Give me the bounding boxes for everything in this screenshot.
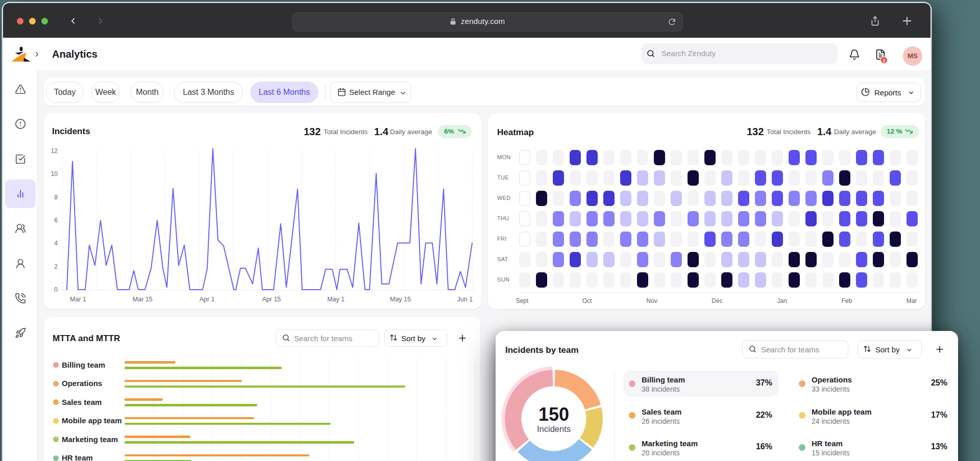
svg-text:0: 0 — [54, 286, 58, 293]
svg-text:Apr 1: Apr 1 — [200, 296, 215, 303]
svg-text:10: 10 — [51, 170, 58, 177]
svg-text:May 1: May 1 — [327, 296, 345, 303]
svg-text:8: 8 — [54, 194, 58, 201]
svg-text:12: 12 — [51, 147, 58, 155]
svg-text:4: 4 — [54, 240, 58, 247]
svg-text:Apr 15: Apr 15 — [262, 296, 281, 303]
svg-text:6: 6 — [54, 217, 58, 224]
svg-text:Mar 1: Mar 1 — [70, 296, 86, 303]
svg-text:Mar 15: Mar 15 — [133, 296, 153, 303]
svg-text:Jun 1: Jun 1 — [457, 296, 473, 303]
svg-text:May 15: May 15 — [390, 296, 411, 303]
svg-text:2: 2 — [54, 263, 58, 270]
